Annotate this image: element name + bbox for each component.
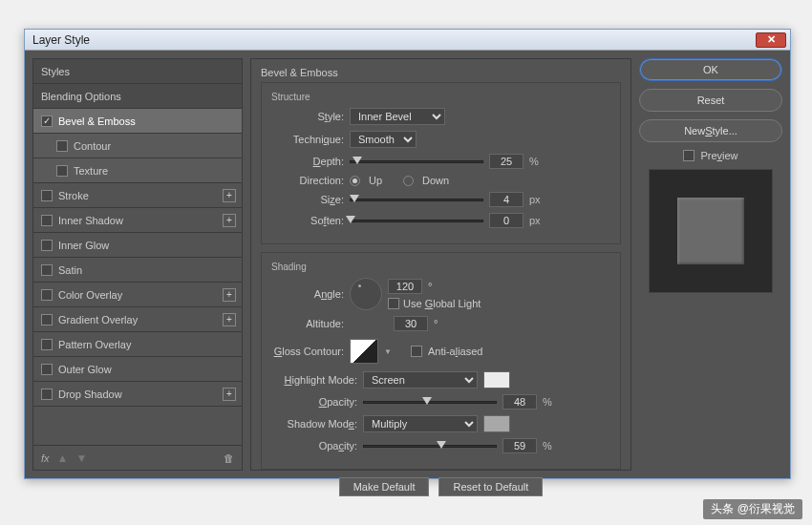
shadow-mode-label: Shadow Mode: (271, 418, 357, 430)
checkbox-stroke[interactable] (41, 190, 53, 201)
structure-fieldset: Structure Style: Inner Bevel Technique: … (261, 82, 621, 244)
depth-input[interactable]: 25 (489, 154, 524, 169)
window-title: Layer Style (32, 33, 90, 47)
add-icon[interactable]: + (223, 388, 236, 401)
make-default-button[interactable]: Make Default (339, 477, 430, 496)
highlight-opacity-input[interactable]: 48 (502, 394, 537, 410)
watermark: 头条 @衍果视觉 (703, 499, 802, 519)
sidebar-item-contour[interactable]: Contour (33, 134, 242, 158)
checkbox-gradient-overlay[interactable] (41, 314, 53, 326)
technique-select[interactable]: Smooth (350, 131, 417, 148)
checkbox-inner-shadow[interactable] (41, 215, 53, 226)
sidebar-item-styles[interactable]: Styles (33, 59, 242, 84)
chevron-down-icon[interactable]: ▼ (384, 347, 392, 356)
preview-swatch (677, 198, 744, 264)
altitude-label: Altitude: (271, 318, 344, 329)
layer-style-dialog: Layer Style ✕ Styles Blending Options Be… (24, 29, 791, 479)
checkbox-inner-glow[interactable] (41, 240, 53, 251)
dialog-actions: OK Reset New Style... Preview (639, 58, 782, 471)
style-label: Style: (271, 111, 344, 122)
sidebar-item-pattern-overlay[interactable]: Pattern Overlay (33, 332, 242, 357)
sidebar-item-gradient-overlay[interactable]: Gradient Overlay+ (33, 307, 242, 332)
shadow-opacity-label: Opacity: (271, 440, 357, 452)
sidebar-item-drop-shadow[interactable]: Drop Shadow+ (33, 382, 242, 407)
sidebar-item-outer-glow[interactable]: Outer Glow (33, 357, 242, 382)
angle-label: Angle: (271, 288, 344, 300)
angle-input[interactable]: 120 (388, 279, 422, 294)
size-label: Size: (271, 194, 344, 205)
sidebar-item-inner-glow[interactable]: Inner Glow (33, 233, 242, 258)
size-slider[interactable] (350, 199, 483, 201)
technique-label: Technique: (271, 134, 344, 145)
reset-button[interactable]: Reset (639, 89, 782, 112)
checkbox-outer-glow[interactable] (41, 364, 53, 375)
depth-slider[interactable] (350, 160, 483, 163)
angle-dial[interactable] (350, 278, 382, 310)
sidebar-footer: fx ▲ ▼ 🗑 (33, 445, 242, 470)
checkbox-texture[interactable] (56, 165, 68, 177)
altitude-input[interactable]: 30 (394, 316, 428, 331)
shadow-color-swatch[interactable] (483, 415, 510, 432)
sidebar-item-color-overlay[interactable]: Color Overlay+ (33, 283, 242, 307)
close-icon: ✕ (767, 33, 776, 46)
trash-icon[interactable]: 🗑 (224, 452, 234, 464)
size-input[interactable]: 4 (489, 192, 524, 207)
arrow-down-icon[interactable]: ▼ (75, 452, 87, 465)
depth-label: Depth: (271, 156, 344, 167)
shadow-opacity-slider[interactable] (363, 445, 497, 448)
checkbox-global-light[interactable] (388, 298, 399, 309)
checkbox-preview[interactable] (683, 150, 694, 161)
radio-up[interactable] (350, 176, 360, 186)
style-select[interactable]: Inner Bevel (350, 108, 445, 125)
shading-fieldset: Shading Angle: 120 ° Use Global Light (261, 252, 621, 470)
settings-panel: Bevel & Emboss Structure Style: Inner Be… (250, 58, 631, 471)
reset-default-button[interactable]: Reset to Default (438, 477, 543, 496)
soften-slider[interactable] (350, 220, 483, 222)
add-icon[interactable]: + (223, 214, 236, 227)
soften-label: Soften: (271, 215, 344, 226)
sidebar-item-bevel[interactable]: Bevel & Emboss (33, 109, 242, 134)
close-button[interactable]: ✕ (756, 32, 786, 48)
gloss-contour-picker[interactable] (350, 339, 378, 364)
highlight-mode-label: Highlight Mode: (271, 374, 357, 386)
preview-label: Preview (700, 150, 737, 161)
shadow-mode-select[interactable]: Multiply (363, 415, 478, 432)
panel-title: Bevel & Emboss (261, 67, 621, 78)
shadow-opacity-input[interactable]: 59 (502, 438, 537, 453)
preview-box (649, 169, 773, 293)
gloss-contour-label: Gloss Contour: (271, 346, 344, 357)
add-icon[interactable]: + (223, 189, 236, 202)
sidebar-item-stroke[interactable]: Stroke+ (33, 183, 242, 208)
titlebar[interactable]: Layer Style ✕ (25, 30, 790, 51)
sidebar-item-inner-shadow[interactable]: Inner Shadow+ (33, 208, 242, 233)
add-icon[interactable]: + (223, 288, 236, 302)
effects-sidebar: Styles Blending Options Bevel & Emboss C… (32, 58, 243, 471)
antialiased-label: Anti-aliased (428, 346, 483, 357)
add-icon[interactable]: + (223, 313, 236, 326)
fx-menu-icon[interactable]: fx (41, 452, 50, 464)
sidebar-item-satin[interactable]: Satin (33, 258, 242, 283)
checkbox-pattern-overlay[interactable] (41, 339, 53, 350)
arrow-up-icon[interactable]: ▲ (57, 452, 69, 465)
checkbox-drop-shadow[interactable] (41, 388, 53, 400)
global-light-label: Use Global Light (403, 298, 481, 309)
highlight-color-swatch[interactable] (483, 371, 510, 388)
checkbox-color-overlay[interactable] (41, 289, 53, 301)
soften-input[interactable]: 0 (489, 213, 524, 228)
highlight-mode-select[interactable]: Screen (363, 371, 478, 388)
checkbox-satin[interactable] (41, 264, 53, 276)
sidebar-item-texture[interactable]: Texture (33, 158, 242, 183)
sidebar-item-blending[interactable]: Blending Options (33, 84, 242, 109)
checkbox-bevel[interactable] (41, 116, 53, 127)
new-style-button[interactable]: New Style... (639, 119, 782, 142)
radio-down[interactable] (403, 176, 414, 186)
ok-button[interactable]: OK (639, 58, 782, 81)
highlight-opacity-label: Opacity: (271, 396, 357, 408)
checkbox-antialiased[interactable] (411, 346, 422, 357)
direction-label: Direction: (271, 175, 344, 186)
checkbox-contour[interactable] (56, 140, 68, 152)
highlight-opacity-slider[interactable] (363, 401, 497, 404)
